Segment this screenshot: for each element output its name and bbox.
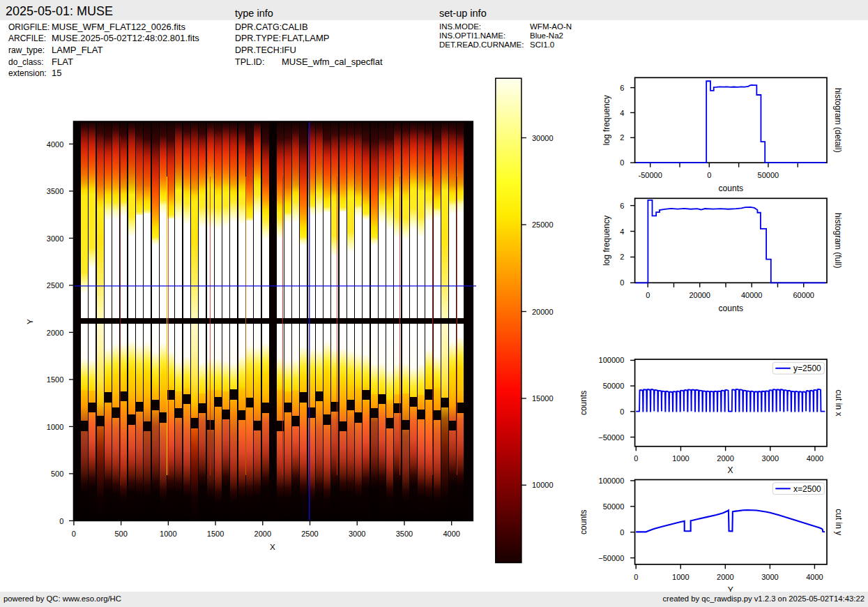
svg-text:0: 0 bbox=[634, 573, 638, 581]
svg-text:40000: 40000 bbox=[741, 291, 763, 299]
svg-text:2000: 2000 bbox=[717, 573, 733, 581]
svg-text:4: 4 bbox=[620, 109, 624, 117]
svg-text:3000: 3000 bbox=[349, 530, 365, 538]
svg-text:4: 4 bbox=[620, 227, 624, 236]
svg-text:counts: counts bbox=[719, 183, 743, 193]
svg-text:2000: 2000 bbox=[254, 530, 271, 538]
svg-text:25000: 25000 bbox=[532, 220, 554, 229]
svg-text:4000: 4000 bbox=[443, 530, 459, 538]
svg-text:2: 2 bbox=[620, 253, 624, 261]
svg-text:10000: 10000 bbox=[532, 481, 554, 489]
svg-text:20000: 20000 bbox=[689, 291, 710, 299]
svg-text:0: 0 bbox=[646, 291, 650, 299]
svg-text:log frequency: log frequency bbox=[602, 216, 611, 266]
svg-text:0: 0 bbox=[620, 528, 624, 537]
svg-text:1000: 1000 bbox=[672, 454, 689, 463]
svg-text:2500: 2500 bbox=[47, 281, 63, 290]
svg-text:100000: 100000 bbox=[599, 477, 625, 485]
svg-text:2: 2 bbox=[620, 133, 624, 142]
svg-text:50000: 50000 bbox=[758, 171, 779, 179]
svg-text:log frequency: log frequency bbox=[602, 95, 611, 145]
svg-text:−50000: −50000 bbox=[598, 554, 624, 562]
svg-text:2000: 2000 bbox=[47, 329, 63, 337]
svg-text:500: 500 bbox=[114, 530, 127, 538]
svg-text:histogram (full): histogram (full) bbox=[833, 213, 843, 268]
svg-text:counts: counts bbox=[579, 391, 588, 415]
svg-text:20000: 20000 bbox=[532, 308, 554, 316]
svg-text:0: 0 bbox=[620, 278, 624, 287]
svg-text:100000: 100000 bbox=[599, 356, 625, 364]
svg-text:Y: Y bbox=[25, 319, 35, 324]
svg-text:4000: 4000 bbox=[807, 454, 823, 463]
svg-text:60000: 60000 bbox=[793, 291, 814, 299]
svg-text:y=2500: y=2500 bbox=[793, 364, 821, 373]
svg-text:X: X bbox=[727, 465, 733, 475]
svg-text:0: 0 bbox=[59, 517, 63, 525]
svg-text:x=2500: x=2500 bbox=[793, 484, 821, 494]
svg-text:2000: 2000 bbox=[717, 454, 733, 463]
svg-text:4000: 4000 bbox=[806, 573, 823, 581]
svg-text:-50000: -50000 bbox=[639, 171, 662, 179]
svg-text:50000: 50000 bbox=[603, 502, 625, 511]
svg-text:counts: counts bbox=[719, 304, 743, 313]
svg-text:3500: 3500 bbox=[396, 530, 413, 538]
svg-text:500: 500 bbox=[51, 470, 63, 478]
svg-text:3000: 3000 bbox=[47, 234, 63, 243]
svg-text:X: X bbox=[270, 542, 275, 552]
svg-text:30000: 30000 bbox=[532, 134, 554, 142]
svg-text:histogram (detail): histogram (detail) bbox=[833, 88, 843, 153]
svg-text:0: 0 bbox=[707, 171, 711, 179]
svg-text:0: 0 bbox=[620, 158, 624, 167]
svg-text:1000: 1000 bbox=[47, 423, 63, 431]
svg-text:50000: 50000 bbox=[603, 382, 625, 390]
svg-text:3500: 3500 bbox=[47, 187, 63, 195]
svg-text:0: 0 bbox=[620, 407, 624, 416]
svg-text:1500: 1500 bbox=[207, 530, 224, 538]
svg-text:6: 6 bbox=[620, 84, 624, 92]
svg-text:15000: 15000 bbox=[532, 394, 554, 403]
svg-text:cut in y: cut in y bbox=[834, 509, 844, 535]
svg-text:3000: 3000 bbox=[761, 573, 778, 581]
svg-text:2500: 2500 bbox=[301, 530, 318, 538]
svg-text:4000: 4000 bbox=[47, 140, 63, 149]
svg-text:−50000: −50000 bbox=[598, 433, 624, 442]
svg-text:counts: counts bbox=[579, 510, 588, 534]
svg-text:1000: 1000 bbox=[160, 530, 176, 538]
svg-text:0: 0 bbox=[634, 454, 638, 463]
svg-text:1500: 1500 bbox=[47, 375, 63, 384]
svg-text:3000: 3000 bbox=[762, 454, 779, 463]
svg-text:0: 0 bbox=[72, 530, 76, 538]
svg-text:1000: 1000 bbox=[672, 573, 689, 581]
svg-text:6: 6 bbox=[620, 202, 624, 210]
svg-text:cut in x: cut in x bbox=[834, 389, 844, 416]
